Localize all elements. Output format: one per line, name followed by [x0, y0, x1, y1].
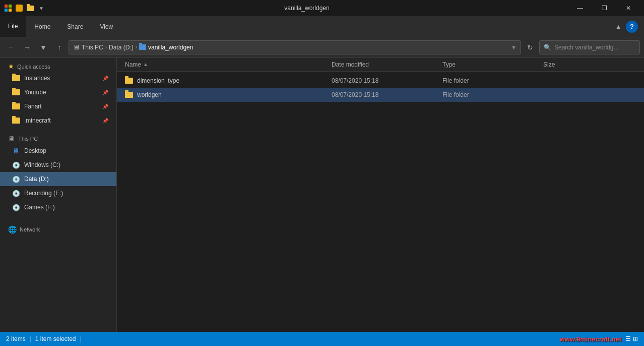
title-bar-icons: ▼	[4, 4, 45, 12]
file-list: dimension_type 08/07/2020 15:18 File fol…	[117, 72, 644, 332]
quick-access-header: ★ Quick access	[0, 60, 116, 71]
app-icon-yellow	[15, 4, 23, 12]
column-header: Name ▲ Date modified Type Size	[117, 57, 644, 72]
breadcrumb-thispc[interactable]: This PC	[82, 44, 103, 51]
tab-view[interactable]: View	[92, 16, 121, 37]
sidebar-item-fanart-label: Fanart	[24, 103, 42, 110]
table-row[interactable]: dimension_type 08/07/2020 15:18 File fol…	[117, 74, 644, 88]
sidebar-item-minecraft-label: .minecraft	[24, 117, 51, 124]
breadcrumb-folder-icon	[139, 44, 146, 50]
folder-icon	[12, 118, 20, 124]
folder-icon	[12, 89, 20, 95]
sidebar-item-instances-label: Instances	[24, 75, 50, 82]
sidebar-item-youtube[interactable]: Youtube 📌	[0, 85, 116, 99]
quick-access-label: Quick access	[17, 64, 50, 70]
star-icon: ★	[8, 63, 14, 70]
maximize-button[interactable]: ❐	[593, 0, 616, 16]
sidebar-item-minecraft[interactable]: .minecraft 📌	[0, 113, 116, 128]
minimize-button[interactable]: —	[568, 0, 592, 16]
app-icon-folder	[26, 4, 34, 12]
folder-icon	[12, 75, 20, 81]
item-count: 2 items	[6, 335, 26, 342]
svg-rect-1	[9, 5, 12, 8]
breadcrumb-expand-icon[interactable]: ▼	[511, 44, 517, 50]
sidebar-item-windows-label: Windows (C:)	[24, 161, 60, 168]
search-placeholder: Search vanilla_worldg...	[554, 44, 618, 51]
status-separator-1: |	[30, 335, 31, 342]
pc-icon: 🖥	[8, 135, 15, 143]
pin-icon: 📌	[102, 76, 108, 81]
tab-home[interactable]: Home	[26, 16, 59, 37]
search-bar[interactable]: 🔍 Search vanilla_worldg...	[539, 40, 640, 54]
address-bar: ← → ▼ ↑ 🖥 This PC › Data (D:) › vanilla_…	[0, 37, 644, 57]
close-button[interactable]: ✕	[617, 0, 640, 16]
folder-icon	[12, 103, 20, 109]
quick-access-arrow-icon[interactable]: ▼	[37, 4, 45, 12]
ribbon: File Home Share View ▲ ?	[0, 16, 644, 37]
data-drive-icon: 💿	[12, 176, 20, 183]
ribbon-expand-icon[interactable]: ▲	[615, 23, 622, 31]
sidebar-item-games[interactable]: 💿 Games (F:)	[0, 200, 116, 214]
title-bar: ▼ vanilla_worldgen — ❐ ✕	[0, 0, 644, 16]
file-date-dimension: 08/07/2020 15:18	[332, 77, 442, 84]
sort-arrow-icon: ▲	[143, 62, 148, 67]
svg-rect-2	[5, 9, 8, 12]
large-icons-view-icon[interactable]: ⊞	[633, 335, 638, 342]
sidebar-item-data-label: Data (D:)	[24, 176, 49, 183]
window-controls: — ❐ ✕	[568, 0, 640, 16]
recording-drive-icon: 💿	[12, 190, 20, 197]
details-view-icon[interactable]: ☰	[625, 335, 631, 342]
file-type-worldgen: File folder	[442, 91, 543, 98]
up-button[interactable]: ↑	[52, 40, 67, 54]
col-size-header[interactable]: Size	[543, 61, 555, 68]
content-area: Name ▲ Date modified Type Size dimension…	[117, 57, 644, 332]
breadcrumb-current[interactable]: vanilla_worldgen	[148, 44, 193, 51]
watermark: www.9minecraft.net	[560, 335, 621, 343]
pin-icon: 📌	[102, 90, 108, 95]
sidebar-item-windows[interactable]: 💿 Windows (C:)	[0, 158, 116, 172]
refresh-button[interactable]: ↻	[523, 40, 537, 54]
tab-share[interactable]: Share	[59, 16, 92, 37]
file-name-worldgen: worldgen	[125, 91, 332, 98]
network-header: 🌐 Network	[0, 222, 116, 235]
sidebar-item-recording[interactable]: 💿 Recording (E:)	[0, 186, 116, 200]
sidebar: ★ Quick access Instances 📌 Youtube 📌 Fan…	[0, 57, 117, 332]
forward-button[interactable]: →	[20, 40, 34, 54]
breadcrumb-pc-icon: 🖥	[73, 43, 80, 51]
table-row[interactable]: worldgen 08/07/2020 15:18 File folder	[117, 88, 644, 102]
folder-icon	[125, 78, 133, 84]
breadcrumb-data[interactable]: Data (D:)	[109, 44, 134, 51]
network-icon: 🌐	[8, 225, 17, 234]
sidebar-item-desktop-label: Desktop	[24, 147, 46, 154]
breadcrumb-bar[interactable]: 🖥 This PC › Data (D:) › vanilla_worldgen…	[69, 40, 521, 54]
help-button[interactable]: ?	[626, 21, 638, 33]
windows-drive-icon: 💿	[12, 161, 20, 168]
col-type-header[interactable]: Type	[442, 61, 543, 68]
pin-icon: 📌	[102, 104, 108, 109]
breadcrumb-sep-1: ›	[105, 44, 107, 50]
sidebar-item-recording-label: Recording (E:)	[24, 190, 63, 197]
col-date-header[interactable]: Date modified	[332, 61, 442, 68]
status-right-icons: ☰ ⊞	[625, 335, 638, 342]
folder-icon	[125, 92, 133, 98]
tab-file[interactable]: File	[0, 16, 26, 37]
games-drive-icon: 💿	[12, 204, 20, 211]
window-title: vanilla_worldgen	[45, 5, 568, 12]
ribbon-help-area: ▲ ?	[609, 16, 644, 37]
windows-logo-icon	[4, 4, 12, 12]
desktop-icon: 🖥	[12, 147, 20, 154]
sidebar-item-games-label: Games (F:)	[24, 204, 55, 211]
search-icon: 🔍	[544, 44, 551, 51]
sidebar-item-data[interactable]: 💿 Data (D:)	[0, 172, 116, 186]
back-button[interactable]: ←	[4, 40, 18, 54]
svg-rect-0	[5, 5, 8, 8]
this-pc-header: 🖥 This PC	[0, 132, 116, 144]
network-label: Network	[20, 226, 40, 233]
sidebar-item-fanart[interactable]: Fanart 📌	[0, 99, 116, 113]
main-area: ★ Quick access Instances 📌 Youtube 📌 Fan…	[0, 57, 644, 332]
file-type-dimension: File folder	[442, 77, 543, 84]
sidebar-item-instances[interactable]: Instances 📌	[0, 71, 116, 85]
recent-locations-button[interactable]: ▼	[36, 40, 50, 54]
sidebar-item-desktop[interactable]: 🖥 Desktop	[0, 144, 116, 158]
col-name-header[interactable]: Name ▲	[125, 61, 332, 68]
